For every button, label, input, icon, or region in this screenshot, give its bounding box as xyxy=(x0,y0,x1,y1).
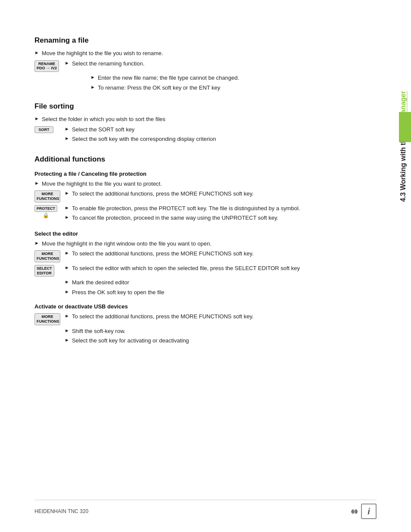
usb-extra-bullet-2: ► Select the soft key for activating or … xyxy=(65,336,377,345)
sorting-bullet-1-text: Select the SORT soft key xyxy=(72,125,134,134)
more-functions-button-1: MOREFUNCTIONS xyxy=(34,190,60,202)
protecting-more-bullets: ► To select the additional functions, pr… xyxy=(65,190,254,199)
select-editor-row: SELECTEDITOR ► To select the editor with… xyxy=(34,264,377,277)
bullet-arrow: ► xyxy=(65,313,69,318)
renaming-sub-2: ► To rename: Press the OK soft key or th… xyxy=(90,84,377,92)
bullet-arrow: ► xyxy=(65,136,69,141)
bullet-arrow: ► xyxy=(65,250,69,255)
footer-right: 69 i xyxy=(352,504,377,519)
bullet-arrow: ► xyxy=(34,240,39,246)
renaming-sub-2-text: To rename: Press the OK soft key or the … xyxy=(98,84,220,92)
editor-more-bullet: ► To select the additional functions, pr… xyxy=(65,249,254,258)
protect-key-icon: PROTECT 🔒 xyxy=(34,204,60,219)
protect-bullets: ► To enable file protection, press the P… xyxy=(65,204,300,224)
bullet-arrow: ► xyxy=(65,289,69,294)
bullet-arrow: ► xyxy=(65,279,69,284)
editor-extra-bullets: ► Mark the desired editor ► Press the OK… xyxy=(34,278,377,296)
sorting-bullet-2-text: Select the soft key with the correspondi… xyxy=(72,135,216,143)
footer: HEIDENHAIN TNC 320 69 i xyxy=(34,500,377,519)
usb-extra-bullet-1: ► Shift the soft-key row. xyxy=(65,327,377,336)
renaming-icon-row: RENAMEPDO → IV2 ► Select the renaming fu… xyxy=(34,59,377,72)
editor-extra-text-2: Press the OK soft key to open the file xyxy=(72,288,165,297)
editor-extra-bullet-1: ► Mark the desired editor xyxy=(65,278,377,287)
more-functions-key-icon-1: MOREFUNCTIONS xyxy=(34,190,60,202)
usb-subtitle: Activate or deactivate USB devices xyxy=(34,303,377,310)
renaming-title: Renaming a file xyxy=(34,36,377,45)
protect-lock-icon: 🔒 xyxy=(43,212,49,218)
protect-bullet-2: ► To cancel file protection, proceed in … xyxy=(65,214,300,222)
renaming-sub-bullets: ► Enter the new file name; the file type… xyxy=(34,74,377,92)
more-functions-key-icon-2: MOREFUNCTIONS xyxy=(34,249,60,262)
editor-more-row: MOREFUNCTIONS ► To select the additional… xyxy=(34,249,377,262)
sorting-bullet-1: ► Select the SORT soft key xyxy=(65,125,216,134)
usb-more-row: MOREFUNCTIONS ► To select the additional… xyxy=(34,312,377,325)
bullet-arrow: ► xyxy=(90,75,95,80)
protecting-more-bullet: ► To select the additional functions, pr… xyxy=(65,190,254,198)
more-functions-button-2: MOREFUNCTIONS xyxy=(34,250,60,262)
protecting-subtitle: Protecting a file / Canceling file prote… xyxy=(34,171,377,177)
bullet-arrow: ► xyxy=(34,116,39,121)
bullet-arrow: ► xyxy=(65,265,69,270)
protect-button: PROTECT xyxy=(34,205,57,212)
editor-subtitle: Select the editor xyxy=(34,230,377,237)
bullet-arrow: ► xyxy=(65,215,69,220)
renaming-sub-1-text: Enter the new file name; the file type c… xyxy=(98,74,239,82)
sorting-icon-row: SORT ► Select the SORT soft key ► Select… xyxy=(34,125,377,145)
editor-top-bullet: ► Move the highlight in the right window… xyxy=(34,240,377,248)
page-content: Renaming a file ► Move the highlight to … xyxy=(0,0,411,532)
usb-extra-text-1: Shift the soft-key row. xyxy=(72,327,125,336)
sort-key-icon: SORT xyxy=(34,125,60,134)
more-functions-key-icon-3: MOREFUNCTIONS xyxy=(34,312,60,325)
editor-more-bullets: ► To select the additional functions, pr… xyxy=(65,249,254,259)
additional-title: Additional functions xyxy=(34,155,377,164)
bullet-arrow: ► xyxy=(65,60,69,65)
renaming-select-text: Select the renaming function. xyxy=(72,59,144,68)
protect-key-row: PROTECT 🔒 ► To enable file protection, p… xyxy=(34,204,377,224)
usb-more-bullet: ► To select the additional functions, pr… xyxy=(65,312,254,321)
more-functions-button-3: MOREFUNCTIONS xyxy=(34,313,60,325)
sort-button: SORT xyxy=(34,126,53,134)
sorting-top-text: Select the folder in which you wish to s… xyxy=(42,115,165,124)
renaming-bullet-1: ► Move the highlight to the file you wis… xyxy=(34,49,377,58)
select-editor-text: To select the editor with which to open … xyxy=(72,264,300,273)
select-editor-bullet: ► To select the editor with which to ope… xyxy=(65,264,300,273)
protect-bullet-2-text: To cancel file protection, proceed in th… xyxy=(72,214,278,222)
editor-more-text: To select the additional functions, pres… xyxy=(72,249,254,258)
usb-extra-bullets: ► Shift the soft-key row. ► Select the s… xyxy=(34,327,377,345)
protecting-top-text: Move the highlight to the file you want … xyxy=(42,180,162,188)
sorting-top-bullet: ► Select the folder in which you wish to… xyxy=(34,115,377,124)
usb-extra-text-2: Select the soft key for activating or de… xyxy=(72,336,189,345)
usb-more-bullets: ► To select the additional functions, pr… xyxy=(65,312,254,322)
info-icon: i xyxy=(361,504,377,519)
sorting-bullet-2: ► Select the soft key with the correspon… xyxy=(65,135,216,143)
select-editor-bullets: ► To select the editor with which to ope… xyxy=(65,264,300,274)
select-editor-button: SELECTEDITOR xyxy=(34,265,54,277)
protecting-top-bullet: ► Move the highlight to the file you wan… xyxy=(34,180,377,188)
bullet-arrow: ► xyxy=(65,328,69,333)
protect-wrapper: PROTECT 🔒 xyxy=(34,205,57,219)
protect-bullet-1: ► To enable file protection, press the P… xyxy=(65,204,300,213)
sorting-bullets: ► Select the SORT soft key ► Select the … xyxy=(65,125,216,145)
page-number: 69 xyxy=(352,508,358,515)
usb-more-text: To select the additional functions, pres… xyxy=(72,312,254,321)
bullet-arrow: ► xyxy=(90,84,95,90)
renaming-select-bullet: ► Select the renaming function. xyxy=(65,59,144,68)
select-editor-key-icon: SELECTEDITOR xyxy=(34,264,60,277)
editor-top-text: Move the highlight in the right window o… xyxy=(42,240,212,248)
editor-extra-bullet-2: ► Press the OK soft key to open the file xyxy=(65,288,377,297)
bullet-arrow: ► xyxy=(65,190,69,196)
bullet-arrow: ► xyxy=(65,126,69,131)
protect-bullet-1-text: To enable file protection, press the PRO… xyxy=(72,204,300,213)
bullet-arrow: ► xyxy=(65,337,69,342)
renaming-sub-1: ► Enter the new file name; the file type… xyxy=(90,74,377,82)
bullet-arrow: ► xyxy=(34,180,39,186)
renaming-bullet-1-text: Move the highlight to the file you wish … xyxy=(42,49,163,58)
bullet-arrow: ► xyxy=(65,205,69,210)
rename-key-icon: RENAMEPDO → IV2 xyxy=(34,59,60,72)
renaming-icon-bullets: ► Select the renaming function. xyxy=(65,59,144,69)
file-sorting-title: File sorting xyxy=(34,102,377,111)
bullet-arrow: ► xyxy=(34,50,39,55)
brand-label: HEIDENHAIN TNC 320 xyxy=(34,508,88,514)
protecting-more-row: MOREFUNCTIONS ► To select the additional… xyxy=(34,190,377,202)
rename-button: RENAMEPDO → IV2 xyxy=(34,60,59,72)
